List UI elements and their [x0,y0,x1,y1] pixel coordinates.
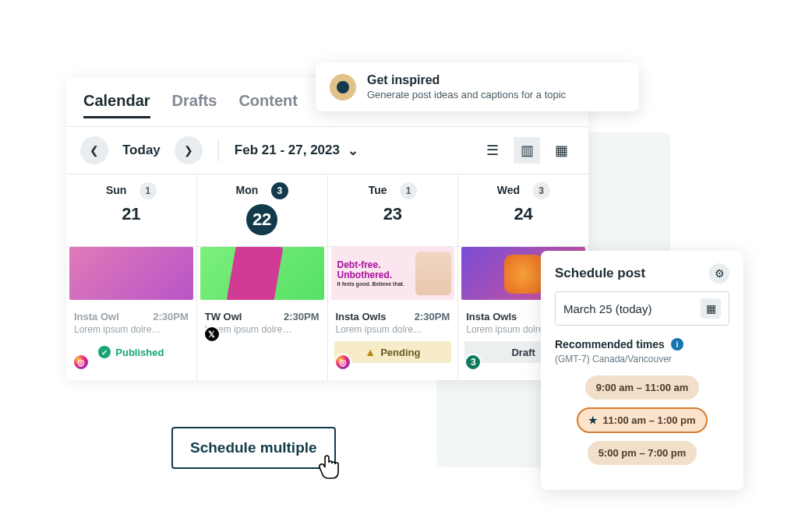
days-header: Sun 1 21 Mon 3 22 Tue 1 23 Wed 3 24 [66,174,588,247]
time-slot-2-selected[interactable]: ★ 11:00 am – 1:00 pm [577,407,707,433]
calendar-toolbar: ❮ Today ❯ Feb 21 - 27, 2023 ⌄ ☰ ▥ ▦ [66,127,588,174]
post-author: Insta Owl [74,311,119,322]
day-wed[interactable]: Wed 3 24 [458,174,588,246]
date-range-picker[interactable]: Feb 21 - 27, 2023 ⌄ [235,143,358,159]
x-twitter-icon: 𝕏 [203,326,221,343]
timezone-label: (GMT-7) Canada/Vancouver [555,354,729,365]
thumb-headline: Unbothered. [337,270,393,280]
chevron-left-icon: ❮ [90,144,99,157]
columns-icon: ▥ [521,142,534,159]
post-col-mon: 𝕏 TW Owl 2:30PM Lorem ipsum dolre… [197,247,328,380]
day-name: Wed [497,184,520,196]
check-icon: ✓ [98,346,111,358]
post-excerpt: Lorem ipsum dolre… [69,322,193,335]
post-time: 2:30PM [415,311,450,322]
post-author: Insta Owls [466,311,517,322]
calendar-card: Calendar Drafts Content ❮ Today ❯ Feb 21… [66,78,588,380]
day-number: 23 [328,204,458,224]
day-count-badge: 3 [533,182,550,199]
cursor-pointer-icon [316,452,342,487]
status-published: ✓ Published [72,341,190,363]
next-button[interactable]: ❯ [175,136,203,164]
date-input[interactable]: March 25 (today) ▦ [555,291,729,326]
chevron-down-icon: ⌄ [348,143,358,159]
day-count-badge: 1 [139,182,157,199]
calendar-icon: ▦ [706,302,716,315]
day-name: Mon [236,184,259,196]
day-count-badge: 1 [400,182,417,199]
date-value: March 25 (today) [563,302,651,315]
recommended-title: Recommended times [555,338,665,351]
status-pending: ▲ Pending [334,341,452,363]
day-name: Tue [369,184,387,196]
post-col-sun: ◎ Insta Owl 2:30PM Lorem ipsum dolre… ✓ … [66,247,197,380]
thumb-subtext: It feels good. Believe that. [337,281,404,287]
post-card[interactable]: ◎ Insta Owl 2:30PM Lorem ipsum dolre… ✓ … [69,247,193,363]
list-icon: ☰ [486,142,499,159]
post-count-badge: 3 [464,354,482,371]
schedule-post-panel: Schedule post ⚙ March 25 (today) ▦ Recom… [541,251,743,490]
inspired-subtitle: Generate post ideas and captions for a t… [367,89,566,100]
post-thumbnail [69,247,193,300]
instagram-icon: ◎ [334,354,351,371]
time-slot-label: 11:00 am – 1:00 pm [602,414,695,426]
tab-drafts[interactable]: Drafts [172,92,217,118]
warning-icon: ▲ [365,346,376,358]
lightbulb-icon [330,74,356,100]
view-list-button[interactable]: ☰ [479,137,506,164]
day-number: 21 [66,204,196,224]
posts-row: ◎ Insta Owl 2:30PM Lorem ipsum dolre… ✓ … [66,247,588,380]
status-label: Pending [380,347,420,358]
day-sun[interactable]: Sun 1 21 [66,174,197,246]
day-number: 24 [458,204,588,224]
schedule-multiple-button[interactable]: Schedule multiple [171,427,336,469]
day-count-badge: 3 [271,182,288,199]
inspired-title: Get inspired [367,73,566,87]
status-label: Published [115,347,164,358]
day-tue[interactable]: Tue 1 23 [328,174,459,246]
post-time: 2:30PM [153,311,189,322]
day-name: Sun [106,184,126,196]
tab-calendar[interactable]: Calendar [83,92,150,118]
get-inspired-card[interactable]: Get inspired Generate post ideas and cap… [316,62,639,111]
post-time: 2:30PM [284,311,320,322]
chevron-right-icon: ❯ [184,144,193,157]
thumb-headline: Debt-free. [337,260,381,270]
separator [218,139,219,162]
settings-button[interactable]: ⚙ [709,263,729,284]
post-author: Insta Owls [336,311,387,322]
view-columns-button[interactable]: ▥ [514,137,540,164]
prev-button[interactable]: ❮ [80,136,108,164]
tab-content[interactable]: Content [238,92,298,118]
post-author: TW Owl [205,311,242,322]
day-number-selected: 22 [246,204,277,235]
post-excerpt: Lorem ipsum dolre… [331,322,455,335]
post-card[interactable]: Debt-free. Unbothered. It feels good. Be… [331,247,455,363]
time-slot-3[interactable]: 5:00 pm – 7:00 pm [588,441,697,465]
info-icon[interactable]: i [671,338,683,351]
gear-icon: ⚙ [715,267,725,280]
star-icon: ★ [588,414,598,426]
post-thumbnail: Debt-free. Unbothered. It feels good. Be… [331,247,455,300]
day-mon[interactable]: Mon 3 22 [197,174,328,246]
schedule-post-title: Schedule post [555,266,645,281]
time-slot-1[interactable]: 9:00 am – 11:00 am [585,375,700,400]
calendar-picker-button[interactable]: ▦ [701,298,721,319]
view-month-button[interactable]: ▦ [548,137,574,164]
today-label[interactable]: Today [122,143,161,158]
instagram-icon: ◎ [72,354,90,371]
post-thumbnail [200,247,324,300]
status-label: Draft [511,347,535,358]
calendar-icon: ▦ [555,142,568,159]
post-card[interactable]: 𝕏 TW Owl 2:30PM Lorem ipsum dolre… [200,247,324,335]
post-col-tue: Debt-free. Unbothered. It feels good. Be… [328,247,459,380]
date-range-label: Feb 21 - 27, 2023 [235,143,340,158]
